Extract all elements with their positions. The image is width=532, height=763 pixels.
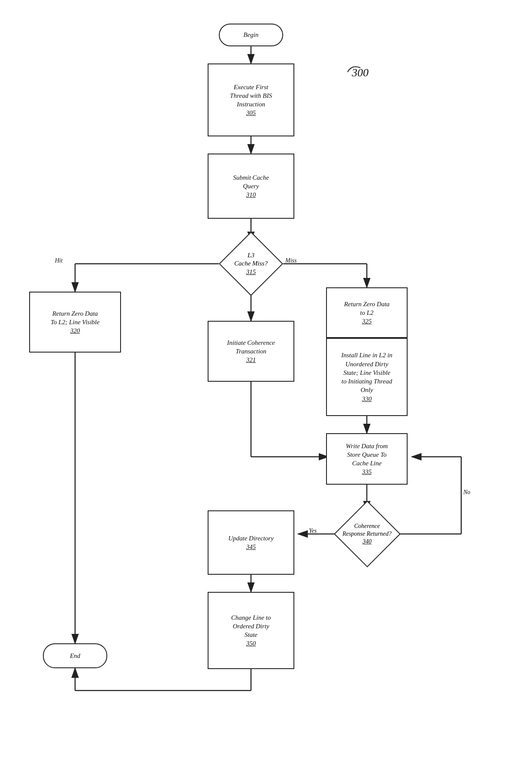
node-310: Submit CacheQuery310 [208,154,294,219]
flowchart-diagram: 300 [0,0,532,763]
node-305: Execute FirstThread with BISInstruction3… [208,63,294,136]
hit-label: Hit [55,257,63,264]
node-330: Install Line in L2 inUnordered DirtyStat… [326,338,408,416]
node-320: Return Zero DataTo L2; Line Visible320 [29,292,121,353]
node-325: Return Zero Datato L2325 [326,287,408,338]
node-350: Change Line toOrdered DirtyState350 [208,592,294,669]
end-node: End [43,643,107,668]
begin-node: Begin [219,24,283,46]
miss-label: Miss [285,257,296,264]
diagram-ref-300: 300 [352,66,369,79]
node-321: Initiate CoherenceTransaction321 [208,321,294,382]
no-label: No [463,489,470,496]
node-315: L3Cache Miss?315 [219,241,283,287]
node-340: CoherenceResponse Returned?340 [334,510,400,558]
node-335: Write Data fromStore Queue ToCache Line3… [326,433,408,485]
yes-label: Yes [309,528,317,534]
node-345: Update Directory345 [208,510,294,575]
